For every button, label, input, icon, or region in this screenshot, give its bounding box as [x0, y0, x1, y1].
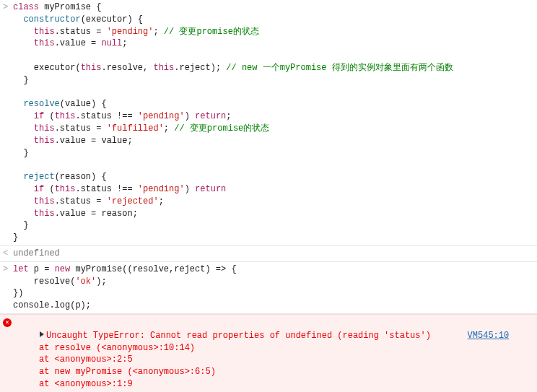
error-source-link[interactable]: VM545:10	[468, 330, 510, 342]
input-marker: >	[3, 1, 13, 14]
output-marker: <	[3, 248, 13, 260]
code-block[interactable]: class myPromise { constructor(executor) …	[13, 1, 525, 244]
console-input-entry: >class myPromise { constructor(executor)…	[0, 0, 537, 246]
error-message: Uncaught TypeError: Cannot read properti…	[46, 331, 431, 341]
console-output-entry: <undefined	[0, 246, 537, 262]
error-icon: ✕	[3, 318, 12, 327]
expand-arrow-icon[interactable]	[40, 331, 44, 337]
console-output: >class myPromise { constructor(executor)…	[0, 0, 537, 314]
code-block[interactable]: undefined	[13, 248, 525, 260]
console-input-entry: >let p = new myPromise((resolve,reject) …	[0, 262, 537, 314]
error-stack: at resolve (<anonymous>:10:14) at <anony…	[18, 343, 216, 389]
console-error-entry[interactable]: ✕ Uncaught TypeError: Cannot read proper…	[0, 314, 537, 392]
input-marker: >	[3, 263, 13, 276]
code-block[interactable]: let p = new myPromise((resolve,reject) =…	[13, 263, 525, 312]
